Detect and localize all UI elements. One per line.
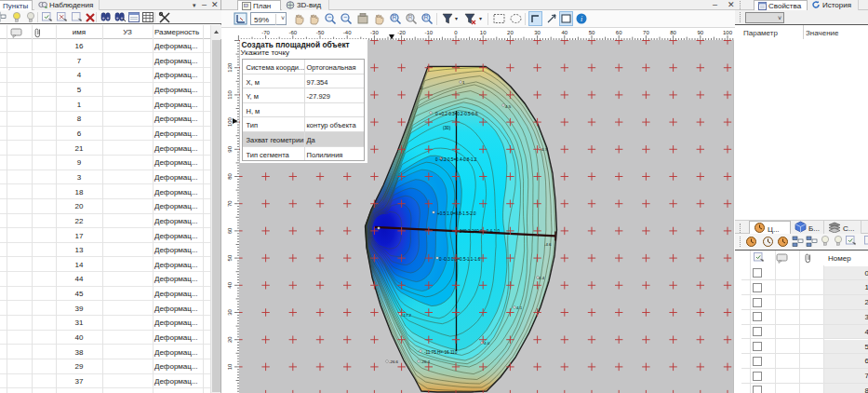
svg-text:70: 70 — [227, 200, 233, 207]
svg-text:4.5: 4.5 — [505, 104, 512, 109]
svg-text:90: 90 — [227, 145, 233, 152]
svg-text:0 +0.2 0.3=0.2-0.5-0.6: 0 +0.2 0.3=0.2-0.5-0.6 — [435, 112, 478, 116]
svg-text:-20: -20 — [397, 30, 406, 35]
svg-text:100: 100 — [227, 116, 233, 127]
svg-text:100: 100 — [723, 30, 733, 35]
svg-text:-60: -60 — [288, 30, 297, 35]
svg-text:-17.2: -17.2 — [402, 313, 412, 318]
svg-text:-50: -50 — [316, 30, 325, 35]
svg-text:50: 50 — [589, 30, 595, 35]
svg-text:(30): (30) — [443, 126, 451, 130]
svg-text:80: 80 — [227, 173, 233, 180]
svg-text:40: 40 — [561, 30, 568, 35]
svg-text:−: − — [327, 14, 331, 20]
svg-text:+0.5 1.0=0.8-1.5-2.0: +0.5 1.0=0.8-1.5-2.0 — [437, 211, 476, 216]
svg-text:110: 110 — [227, 89, 233, 99]
svg-text:4.0: 4.0 — [484, 341, 490, 346]
svg-text:−: − — [343, 14, 347, 20]
svg-text:120: 120 — [227, 62, 233, 73]
svg-text:-30: -30 — [370, 30, 379, 35]
svg-text:R: R — [407, 14, 412, 20]
svg-text:-4.6: -4.6 — [544, 242, 552, 247]
svg-text:4.4: 4.4 — [539, 276, 545, 280]
svg-text:60: 60 — [616, 30, 622, 35]
svg-text:-40: -40 — [343, 30, 352, 35]
svg-text:50: 50 — [227, 254, 233, 261]
svg-text:60: 60 — [227, 227, 233, 234]
svg-text:0 -0.2 0.5=0.4-0.8-1.2: 0 -0.2 0.5=0.4-0.8-1.2 — [435, 157, 477, 162]
svg-text:20: 20 — [507, 30, 514, 35]
svg-text:240.2-240.6=-0.4-1.0: 240.2-240.6=-0.4-1.0 — [460, 229, 500, 234]
svg-text:4.7: 4.7 — [541, 147, 548, 152]
svg-text:i: i — [581, 15, 582, 23]
svg-text:R: R — [423, 14, 428, 20]
svg-text:70: 70 — [643, 30, 649, 35]
svg-text:R: R — [392, 14, 396, 20]
svg-text:90: 90 — [697, 30, 703, 35]
svg-text:20: 20 — [227, 336, 233, 343]
svg-text:-70: -70 — [261, 30, 270, 35]
svg-text:0 -0.3 0.8=0.5-1.1-1.6: 0 -0.3 0.8=0.5-1.1-1.6 — [439, 257, 481, 262]
svg-text:-10: -10 — [424, 30, 433, 35]
svg-text:4.1: 4.1 — [516, 305, 523, 310]
svg-text:30: 30 — [227, 309, 233, 316]
svg-text:10: 10 — [480, 30, 487, 35]
svg-text:40: 40 — [227, 281, 233, 288]
svg-text:10: 10 — [227, 363, 233, 370]
svg-text:-11.75 H=-16.110: -11.75 H=-16.110 — [424, 350, 458, 355]
svg-text:-26.6: -26.6 — [389, 359, 399, 364]
svg-text:0: 0 — [454, 30, 458, 35]
svg-text:30: 30 — [534, 30, 541, 35]
svg-text:80: 80 — [670, 30, 676, 35]
